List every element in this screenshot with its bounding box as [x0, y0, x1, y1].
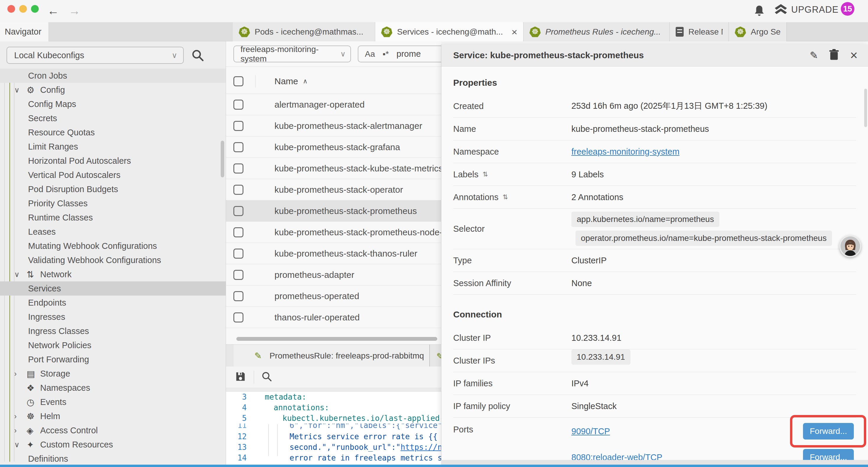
table-row[interactable]: kube-prometheus-stack-prometheus-node-ex… — [226, 222, 441, 243]
match-case-icon[interactable]: Aa — [365, 49, 375, 59]
tree-item[interactable]: Endpoints — [0, 296, 226, 310]
detail-scrollbar[interactable] — [864, 89, 867, 127]
search-icon[interactable] — [191, 49, 204, 63]
select-all-checkbox[interactable] — [234, 76, 243, 86]
tree-item[interactable]: Services — [0, 282, 226, 296]
table-row[interactable]: thanos-ruler-operated — [226, 307, 441, 328]
editor-line[interactable]: 3 metadata: — [226, 391, 441, 402]
row-checkbox[interactable] — [234, 270, 243, 280]
selector-chip[interactable]: operator.prometheus.io/name=kube-prometh… — [576, 231, 832, 246]
right-icon[interactable]: › — [14, 370, 27, 378]
cluster-tab[interactable]: ☸ Argo Se — [729, 22, 787, 41]
right-icon[interactable]: › — [14, 412, 27, 420]
table-row[interactable]: kube-prometheus-stack-operator — [226, 179, 441, 200]
row-checkbox[interactable] — [234, 249, 243, 259]
tree-item[interactable]: Priority Classes — [0, 196, 226, 210]
down-icon[interactable]: ∨ — [14, 86, 27, 94]
delete-trash-icon[interactable] — [829, 49, 839, 61]
cluster-ip-chip[interactable]: 10.233.14.91 — [571, 349, 630, 365]
annotations-count[interactable]: 2 Annotations — [571, 193, 623, 202]
namespace-link[interactable]: freeleaps-monitoring-system — [571, 147, 680, 157]
save-icon[interactable] — [235, 371, 246, 383]
horizontal-scrollbar[interactable] — [236, 337, 437, 341]
tree-item[interactable]: Network Policies — [0, 338, 226, 352]
tree-item[interactable]: Config Maps — [0, 97, 226, 111]
tree-item[interactable]: ∨ ✦ Custom Resources — [0, 437, 226, 451]
tree-item[interactable]: Leases — [0, 225, 226, 239]
tree-item[interactable]: Secrets — [0, 111, 226, 125]
cluster-tab[interactable]: ☸ Pods - icecheng@mathmas... — [233, 22, 375, 41]
edit-pencil-icon[interactable]: ✎ — [810, 49, 818, 61]
tree-item[interactable]: › ☸ Helm — [0, 409, 226, 423]
navigator-panel-tab[interactable]: Navigator — [0, 22, 49, 41]
tree-item[interactable]: Horizontal Pod Autoscalers — [0, 154, 226, 168]
tree-item[interactable]: Mutating Webhook Configurations — [0, 239, 226, 253]
forward-button[interactable]: Forward... — [803, 423, 854, 439]
table-row[interactable]: prometheus-operated — [226, 286, 441, 307]
tree-item[interactable]: Limit Ranges — [0, 140, 226, 154]
notification-count-badge[interactable]: 15 — [841, 2, 855, 16]
row-checkbox[interactable] — [234, 164, 243, 174]
tree-item[interactable]: Port Forwarding — [0, 352, 226, 367]
tree-item[interactable]: Validating Webhook Configurations — [0, 253, 226, 267]
namespace-select[interactable]: freeleaps-monitoring-system ∨ — [234, 46, 351, 62]
row-checkbox[interactable] — [234, 206, 243, 216]
down-icon[interactable]: ∨ — [14, 440, 27, 449]
editor-line[interactable]: 13 second.","runbook_url":"https://net — [226, 442, 441, 453]
cluster-tab[interactable]: ☸ Prometheus Rules - icecheng... — [524, 22, 670, 41]
tree-item[interactable]: ❖ Namespaces — [0, 381, 226, 395]
cluster-tab[interactable]: Release Notes — [670, 22, 729, 41]
table-row[interactable]: alertmanager-operated — [226, 94, 441, 115]
tree-item[interactable]: ◷ Events — [0, 395, 226, 409]
kubeconfig-select[interactable]: Local Kubeconfigs ∨ — [6, 47, 184, 64]
right-icon[interactable]: › — [14, 426, 27, 435]
close-window-button[interactable] — [7, 5, 15, 13]
table-row[interactable]: prometheus-adapter — [226, 264, 441, 286]
notifications-bell-icon[interactable] — [754, 5, 765, 18]
editor-tab-prometheusrule[interactable]: ✎ PrometheusRule: freeleaps-prod-rabbitm… — [234, 345, 430, 367]
tree-item[interactable]: Cron Jobs — [0, 68, 226, 83]
row-checkbox[interactable] — [234, 185, 243, 195]
tree-item[interactable]: Ingress Classes — [0, 324, 226, 338]
labels-count[interactable]: 9 Labels — [571, 170, 604, 179]
row-checkbox[interactable] — [234, 121, 243, 131]
table-row[interactable]: kube-prometheus-stack-prometheus — [226, 200, 441, 222]
table-row[interactable]: kube-prometheus-stack-thanos-ruler — [226, 243, 441, 264]
forward-icon[interactable]: → — [68, 2, 80, 19]
table-row[interactable]: kube-prometheus-stack-kube-state-metrics — [226, 158, 441, 179]
code-segment-link[interactable]: https://net — [401, 443, 441, 451]
port-link-8080[interactable]: 8080:reloader-web/TCP — [571, 453, 662, 460]
tree-item[interactable]: Vertical Pod Autoscalers — [0, 168, 226, 182]
selector-chip[interactable]: app.kubernetes.io/name=prometheus — [571, 212, 719, 227]
regex-icon[interactable]: ▪* — [382, 49, 389, 59]
close-tab-icon[interactable]: × — [512, 28, 517, 36]
tree-item[interactable]: Ingresses — [0, 310, 226, 324]
tree-item[interactable]: ∨ ⇅ Network — [0, 267, 226, 282]
sort-toggle-icon[interactable]: ⇅ — [502, 193, 508, 201]
filter-input[interactable]: Aa ▪* prome — [358, 46, 441, 62]
zoom-window-button[interactable] — [31, 5, 39, 13]
editor-line[interactable]: 5 kubectl.kubernetes.io/last-applied-co — [226, 413, 441, 424]
sort-ascending-icon[interactable]: ∧ — [303, 78, 308, 85]
name-column-header[interactable]: Name — [275, 76, 298, 86]
editor-line[interactable]: 12 Metrics service error rate is {{ $va — [226, 431, 441, 442]
cluster-tab[interactable]: ☸ Services - icecheng@math... × — [375, 22, 524, 41]
upgrade-button[interactable]: UPGRADE — [775, 4, 838, 16]
forward-button[interactable]: Forward... — [803, 449, 854, 460]
row-checkbox[interactable] — [234, 142, 243, 152]
tree-item[interactable]: Resource Quotas — [0, 125, 226, 140]
user-avatar[interactable] — [839, 235, 861, 257]
minimize-window-button[interactable] — [19, 5, 27, 13]
editor-line[interactable]: 14 error rate in freeleaps metrics ser — [226, 453, 441, 463]
port-link-9090[interactable]: 9090/TCP — [571, 427, 610, 436]
table-row[interactable]: kube-prometheus-stack-alertmanager — [226, 115, 441, 137]
tree-item[interactable]: ∨ ⚙ Config — [0, 83, 226, 97]
row-checkbox[interactable] — [234, 227, 243, 237]
editor-line[interactable]: 4 annotations: — [226, 402, 441, 413]
tree-item[interactable]: › ◈ Access Control — [0, 423, 226, 437]
tree-item[interactable]: Definitions — [0, 451, 226, 465]
sidebar-scrollbar[interactable] — [221, 141, 224, 177]
row-checkbox[interactable] — [234, 99, 243, 110]
back-icon[interactable]: ← — [47, 2, 59, 19]
tree-item[interactable]: Runtime Classes — [0, 210, 226, 225]
